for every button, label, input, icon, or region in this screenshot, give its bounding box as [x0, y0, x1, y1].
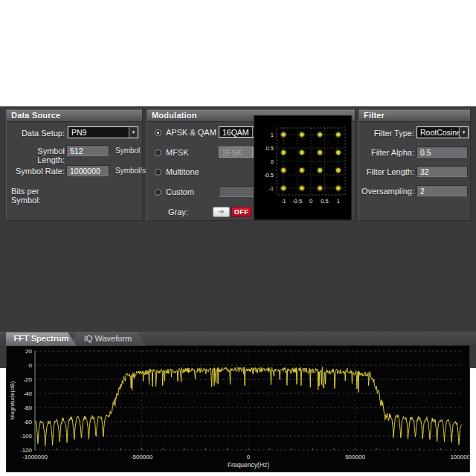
app-window: Data Source Data Setup: PN9 ▾ Symbol Len… [0, 106, 476, 368]
bits-per-symbol-label: Bits per Symbol: [8, 187, 70, 205]
symbol-length-unit: Symbol [115, 147, 140, 155]
svg-text:-1000000: -1000000 [22, 454, 48, 460]
chevron-down-icon[interactable]: ▾ [129, 127, 138, 138]
svg-text:-60: -60 [23, 405, 32, 411]
svg-text:500000: 500000 [345, 454, 365, 460]
tab-iq-waveform[interactable]: IQ Waveform [69, 332, 147, 346]
svg-text:0.5: 0.5 [266, 145, 274, 152]
mfsk-radio[interactable] [155, 149, 161, 156]
multitone-label: Multitone [166, 167, 199, 176]
svg-text:20: 20 [25, 348, 32, 355]
screen: Data Source Data Setup: PN9 ▾ Symbol Len… [0, 0, 476, 476]
filter-panel: Filter Filter Type: RootCosine ▾ Filter … [358, 109, 471, 221]
svg-text:1000000: 1000000 [450, 454, 469, 460]
data-source-panel: Data Source Data Setup: PN9 ▾ Symbol Len… [6, 109, 143, 221]
symbol-length-input[interactable] [66, 145, 109, 156]
svg-text:0: 0 [29, 362, 33, 369]
oversampling-input[interactable] [416, 185, 468, 196]
data-setup-value: PN9 [68, 128, 129, 137]
custom-radio[interactable] [155, 189, 161, 196]
custom-label: Custom [166, 187, 194, 196]
svg-text:-40: -40 [23, 390, 32, 397]
svg-text:1: 1 [337, 198, 340, 205]
svg-text:Frequency(Hz): Frequency(Hz) [228, 461, 269, 469]
svg-text:-500000: -500000 [131, 454, 153, 460]
data-setup-dropdown[interactable]: PN9 ▾ [68, 126, 138, 138]
tab-fft-spectrum[interactable]: FFT Spectrum [6, 332, 77, 346]
svg-text:1: 1 [271, 132, 274, 138]
svg-text:-80: -80 [23, 419, 32, 425]
gray-arrow-icon[interactable]: ➔ [213, 207, 230, 217]
filter-alpha-input[interactable] [416, 147, 468, 158]
gray-label: Gray: [168, 208, 188, 216]
symbol-rate-label: Symbol Rate: [10, 167, 65, 176]
data-source-header: Data Source [7, 110, 142, 122]
oversampling-label: Oversampling: [361, 187, 414, 196]
filter-header: Filter [359, 110, 470, 122]
gray-off-toggle[interactable]: OFF [231, 207, 251, 217]
multitone-radio[interactable] [155, 169, 161, 176]
svg-text:0: 0 [309, 198, 312, 205]
filter-type-dropdown[interactable]: RootCosine ▾ [416, 126, 469, 138]
modulation-separator [152, 201, 248, 202]
svg-text:-100: -100 [20, 433, 33, 440]
svg-text:-1: -1 [268, 185, 274, 192]
filter-type-label: Filter Type: [361, 129, 414, 138]
chart-tab-bar: FFT Spectrum IQ Waveform [0, 332, 476, 345]
svg-text:0: 0 [247, 454, 251, 460]
svg-text:-1: -1 [281, 198, 286, 205]
apsk-qam-label: APSK & QAM [166, 128, 216, 137]
filter-length-label: Filter Length: [361, 167, 414, 176]
fft-spectrum-plot: 200-20-40-60-80-100-120-1000000-50000005… [6, 345, 470, 472]
filter-length-input[interactable] [416, 166, 468, 177]
constellation-chart: 10.50-0.5-1-1-0.500.51 [254, 116, 351, 219]
svg-text:-20: -20 [23, 376, 32, 383]
chevron-down-icon[interactable]: ▾ [459, 127, 468, 138]
mfsk-label: MFSK [166, 148, 189, 157]
symbol-length-label: Symbol Length: [10, 147, 65, 164]
modulation-panel: Modulation APSK & QAM 16QAM ▾ MFSK 2FSK … [147, 109, 356, 221]
mfsk-value: 2FSK [219, 148, 252, 157]
filter-type-value: RootCosine [417, 128, 459, 137]
filter-alpha-label: Filter Alpha: [361, 148, 414, 157]
apsk-qam-value: 16QAM [219, 128, 252, 137]
svg-text:-120: -120 [20, 447, 33, 454]
svg-text:-0.5: -0.5 [292, 198, 302, 205]
apsk-qam-radio[interactable] [155, 129, 161, 136]
svg-text:0: 0 [271, 158, 274, 165]
data-setup-label: Data Setup: [10, 129, 65, 138]
fft-spectrum-chart: 200-20-40-60-80-100-120-1000000-50000005… [7, 346, 469, 472]
constellation-display: 10.50-0.5-1-1-0.500.51 [254, 115, 352, 220]
symbol-rate-input[interactable] [66, 165, 109, 176]
svg-text:-0.5: -0.5 [264, 172, 274, 178]
symbol-rate-unit: Symbol/s [115, 167, 146, 175]
svg-text:0.5: 0.5 [321, 198, 328, 205]
svg-text:Magnitude(dB): Magnitude(dB) [9, 381, 16, 420]
